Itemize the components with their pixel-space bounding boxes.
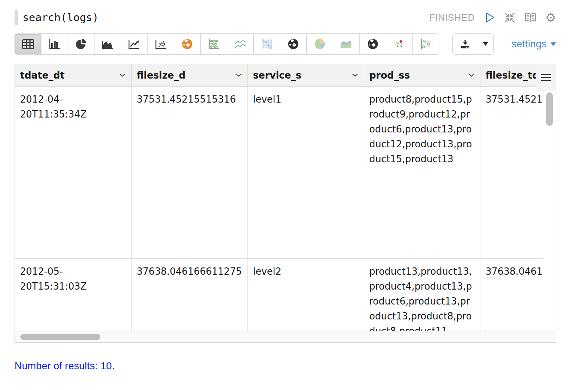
chart-type-scatter-colored-button[interactable] <box>386 34 412 54</box>
chevron-down-icon <box>352 73 358 77</box>
column-header-service_s[interactable]: service_s <box>247 64 364 86</box>
download-icon <box>460 39 471 49</box>
globe-orange-icon <box>181 38 193 50</box>
chart-type-line-button[interactable] <box>121 34 147 54</box>
table-menu-button[interactable] <box>536 64 556 91</box>
play-icon <box>485 12 495 23</box>
chart-type-map-dark-2-button[interactable] <box>359 34 386 54</box>
book-icon <box>524 12 537 23</box>
heatmap-icon <box>261 39 272 49</box>
title-accent-bar <box>15 10 18 25</box>
table-cell-prod_ss: product8,product15,product9,product12,pr… <box>364 87 480 258</box>
table-row: 2012-05-20T15:31:03Z 37638.046166611275 … <box>15 259 556 331</box>
chart-type-map-orange-button[interactable] <box>174 34 200 54</box>
paragraph-header: search(logs) FINISHED <box>15 9 556 25</box>
column-label: filesize_d <box>137 70 186 81</box>
gear-icon: ⚙ <box>545 12 556 24</box>
zeppelin-paragraph: search(logs) FINISHED <box>0 0 588 390</box>
vertical-scrollbar-thumb[interactable] <box>546 92 553 126</box>
column-label: tdate_dt <box>20 70 65 81</box>
table-body: 2012-04-20T11:35:34Z 37531.45215515316 l… <box>15 87 556 331</box>
result-toolbar: settings <box>15 33 556 55</box>
collapse-button[interactable] <box>504 12 516 24</box>
chart-type-area-button[interactable] <box>94 34 121 54</box>
caret-down-icon <box>551 42 556 46</box>
globe-dark-icon-2 <box>367 38 379 50</box>
area-chart-icon <box>101 39 114 49</box>
chart-type-map-dark-button[interactable] <box>280 34 306 54</box>
chart-type-stacked-area-button[interactable] <box>333 34 359 54</box>
settings-label: settings <box>512 38 547 50</box>
paragraph-title-group: search(logs) <box>15 10 99 25</box>
hamburger-menu-icon <box>541 74 551 81</box>
table-cell-tdate_dt: 2012-04-20T11:35:34Z <box>15 87 131 258</box>
pie-chart-icon <box>75 38 87 50</box>
chart-type-group <box>15 33 439 55</box>
download-options-button[interactable] <box>478 34 493 54</box>
stacked-area-icon <box>340 39 353 49</box>
horizontal-scrollbar[interactable] <box>15 331 556 342</box>
download-split-button <box>452 33 494 55</box>
sliders-icon <box>420 39 432 49</box>
results-count-text: Number of results: 10. <box>15 360 556 372</box>
horizontal-scrollbar-thumb[interactable] <box>20 334 100 340</box>
table-row: 2012-04-20T11:35:34Z 37531.45215515316 l… <box>15 87 556 259</box>
column-label: filesize_td <box>486 70 539 81</box>
scatter-colored-icon <box>394 39 405 49</box>
status-badge: FINISHED <box>429 12 475 23</box>
column-label: service_s <box>253 70 301 81</box>
pie-colored-icon <box>314 38 326 50</box>
table-cell-service_s: level1 <box>247 87 364 258</box>
table-header-row: tdate_dt filesize_d service_s prod_ss fi… <box>15 64 556 87</box>
chart-type-bar-button[interactable] <box>41 34 68 54</box>
chart-type-bubble-matrix-button[interactable] <box>200 34 227 54</box>
show-editor-button[interactable] <box>524 12 537 23</box>
table-cell-filesize_d: 37531.45215515316 <box>131 87 247 258</box>
multi-line-icon <box>234 39 246 49</box>
settings-dropdown[interactable]: settings <box>512 38 556 50</box>
scatter-plot-icon <box>154 39 167 49</box>
download-button[interactable] <box>453 34 478 54</box>
chevron-down-icon <box>468 73 474 77</box>
globe-dark-icon <box>287 38 299 50</box>
chart-type-pie-button[interactable] <box>68 34 94 54</box>
caret-down-icon <box>483 42 488 46</box>
chart-type-heatmap-button[interactable] <box>253 34 280 54</box>
table-icon <box>22 39 34 49</box>
paragraph-title: search(logs) <box>23 11 99 24</box>
chevron-down-icon <box>120 73 125 77</box>
table-cell-service_s: level2 <box>247 259 364 331</box>
run-button[interactable] <box>485 12 495 23</box>
bar-chart-icon <box>49 39 60 49</box>
table-cell-tdate_dt: 2012-05-20T15:31:03Z <box>15 259 131 331</box>
column-label: prod_ss <box>369 70 410 81</box>
settings-gear-button[interactable]: ⚙ <box>545 12 556 24</box>
compress-icon <box>504 12 516 24</box>
paragraph-controls: FINISHED ⚙ <box>429 12 556 24</box>
column-header-filesize_d[interactable]: filesize_d <box>131 64 247 86</box>
chevron-down-icon <box>236 73 242 77</box>
column-header-tdate_dt[interactable]: tdate_dt <box>15 64 131 86</box>
column-header-prod_ss[interactable]: prod_ss <box>364 64 480 86</box>
chart-type-pie-colored-button[interactable] <box>306 34 333 54</box>
vertical-scrollbar[interactable] <box>543 87 556 331</box>
chart-type-multi-line-button[interactable] <box>227 34 253 54</box>
line-chart-icon <box>128 39 140 49</box>
table-cell-prod_ss: product13,product13,product4,product13,p… <box>364 259 480 331</box>
chart-type-scatter-button[interactable] <box>147 34 174 54</box>
chart-type-table-button[interactable] <box>15 34 41 54</box>
bubble-matrix-icon <box>208 39 220 49</box>
result-table: tdate_dt filesize_d service_s prod_ss fi… <box>15 64 556 343</box>
toolbar-right-group: settings <box>452 33 556 55</box>
table-cell-filesize_d: 37638.046166611275 <box>131 259 247 331</box>
chart-type-sliders-button[interactable] <box>412 34 439 54</box>
